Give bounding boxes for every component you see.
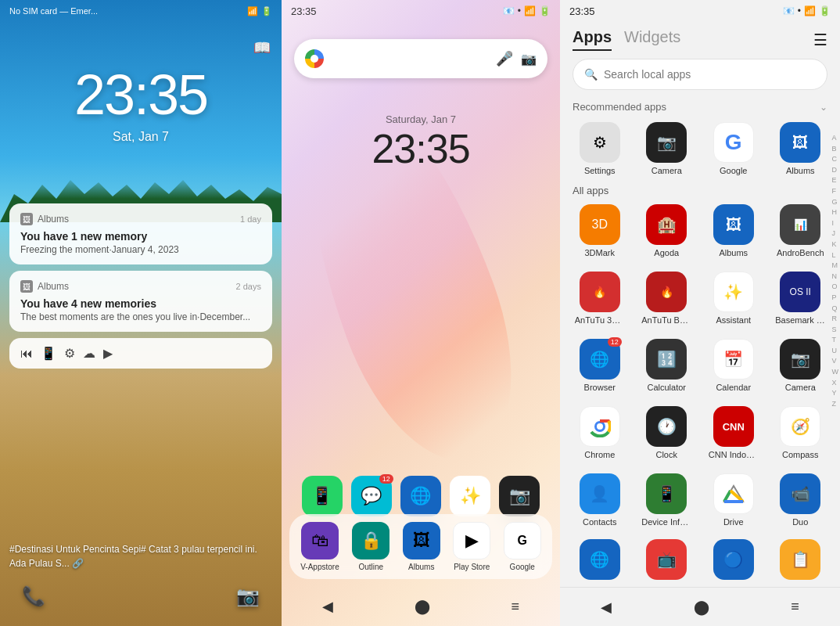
- alpha-X[interactable]: X: [832, 378, 839, 388]
- drawer-nav-back[interactable]: ◀: [601, 599, 612, 616]
- media-play-icon[interactable]: ▶: [103, 346, 113, 361]
- dock-playstore[interactable]: ▶ Play Store: [453, 522, 490, 571]
- lock-book-icon[interactable]: 📖: [253, 39, 271, 56]
- search-mic-icon[interactable]: 🎤: [496, 50, 513, 67]
- lock-date: Sat, Jan 7: [0, 130, 282, 144]
- alpha-Q[interactable]: Q: [832, 304, 839, 314]
- alpha-B[interactable]: B: [832, 144, 839, 154]
- alpha-S[interactable]: S: [832, 325, 839, 335]
- drawer-app-agoda[interactable]: 🏨 Agoda: [634, 198, 701, 264]
- drawer-app-antutu[interactable]: 🔥 AnTuTu 3DB...: [566, 265, 634, 331]
- drawer-app-cnn[interactable]: CNN CNN Indonesia: [700, 400, 767, 466]
- drawer-app-duo[interactable]: 📹 Duo: [767, 467, 835, 533]
- home-app-chat[interactable]: 💬 12: [351, 476, 392, 516]
- tab-widgets[interactable]: Widgets: [624, 28, 680, 51]
- drawer-app-settings[interactable]: ⚙ Settings: [566, 116, 634, 182]
- lock-notification-1[interactable]: 🖼 Albums 1 day You have 1 new memory Fre…: [9, 203, 272, 264]
- drawer-search-bar[interactable]: 🔍: [573, 59, 827, 90]
- lock-notif-albums-icon-1: 🖼: [20, 213, 33, 225]
- alpha-F[interactable]: F: [832, 186, 839, 196]
- camera-icon: 📷: [499, 476, 540, 516]
- drawer-app-google[interactable]: G Google: [700, 116, 767, 182]
- lock-media-controls: ⏮ 📱 ⚙ ☁ ▶: [20, 346, 113, 361]
- drawer-app-androbench[interactable]: 📊 AndroBench: [767, 198, 835, 264]
- media-settings-icon[interactable]: ⚙: [64, 346, 75, 361]
- clock-label: Clock: [655, 450, 677, 459]
- alpha-N[interactable]: N: [832, 272, 839, 282]
- drawer-app-albums2[interactable]: 🖼 Albums: [700, 198, 767, 264]
- tab-apps[interactable]: Apps: [573, 28, 612, 51]
- google-search-bar[interactable]: 🎤 📷: [294, 39, 547, 78]
- duo-label: Duo: [792, 517, 808, 527]
- home-nav-home[interactable]: ⬤: [415, 598, 430, 615]
- media-cloud-icon[interactable]: ☁: [83, 346, 95, 361]
- drawer-app-basemark[interactable]: OS II Basemark OS II: [767, 265, 835, 331]
- androbench-icon: 📊: [780, 204, 820, 245]
- alpha-P[interactable]: P: [832, 293, 839, 303]
- alpha-H[interactable]: H: [832, 207, 839, 218]
- drawer-app-drive[interactable]: Drive: [700, 467, 767, 533]
- home-nav-back[interactable]: ◀: [322, 598, 333, 615]
- lock-time: 23:35: [0, 63, 282, 127]
- home-app-browser[interactable]: 🌐: [400, 476, 441, 516]
- alpha-Y[interactable]: Y: [832, 388, 839, 398]
- drawer-app-browser[interactable]: 🌐 12 Browser: [566, 333, 634, 398]
- home-dock: 🛍 V-Appstore 🔒 Outline 🖼 Albums ▶ Play S…: [289, 514, 552, 579]
- alpha-A[interactable]: A: [832, 133, 839, 143]
- alpha-T[interactable]: T: [832, 335, 839, 345]
- lock-notification-2[interactable]: 🖼 Albums 2 days You have 4 new memories …: [9, 271, 272, 332]
- drawer-app-antutu2[interactable]: 🔥 AnTuTu Bench...: [634, 265, 701, 331]
- alpha-I[interactable]: I: [832, 218, 839, 228]
- alpha-R[interactable]: R: [832, 314, 839, 324]
- drawer-app-next3[interactable]: 🔵: [700, 533, 767, 586]
- search-camera-icon[interactable]: 📷: [521, 52, 537, 67]
- home-nav-recents[interactable]: ≡: [512, 599, 520, 615]
- alpha-V[interactable]: V: [832, 356, 839, 366]
- drawer-app-assistant[interactable]: ✨ Assistant: [700, 265, 767, 331]
- alpha-O[interactable]: O: [832, 282, 839, 292]
- drawer-app-calendar[interactable]: 📅 Calendar: [700, 333, 767, 398]
- lock-phone-icon[interactable]: 📞: [22, 585, 45, 607]
- drawer-app-next2[interactable]: 📺: [634, 533, 701, 586]
- drawer-app-albums[interactable]: 🖼 Albums: [767, 116, 835, 182]
- lock-camera-shortcut-icon[interactable]: 📷: [236, 585, 260, 607]
- alpha-L[interactable]: L: [832, 250, 839, 261]
- drawer-app-calculator[interactable]: 🔢 Calculator: [634, 333, 701, 398]
- alpha-D[interactable]: D: [832, 165, 839, 175]
- lock-notif-time-2: 2 days: [236, 282, 261, 291]
- dock-albums[interactable]: 🖼 Albums: [403, 522, 440, 571]
- alpha-M[interactable]: M: [832, 261, 839, 271]
- alpha-U[interactable]: U: [832, 346, 839, 356]
- drawer-app-clock[interactable]: 🕐 Clock: [634, 400, 701, 466]
- drawer-app-contacts[interactable]: 👤 Contacts: [566, 467, 634, 533]
- alpha-C[interactable]: C: [832, 154, 839, 164]
- assistant-drawer-label: Assistant: [716, 315, 751, 325]
- alpha-W[interactable]: W: [832, 367, 839, 377]
- media-skip-back-icon[interactable]: ⏮: [20, 347, 33, 361]
- drawer-app-3dmark[interactable]: 3D 3DMark: [566, 198, 634, 264]
- alpha-J[interactable]: J: [832, 228, 839, 239]
- home-app-assistant[interactable]: ✨: [450, 476, 490, 516]
- drawer-app-camera[interactable]: 📷 Camera: [634, 116, 701, 182]
- drawer-search-input[interactable]: [604, 68, 816, 81]
- home-app-whatsapp[interactable]: 📱: [302, 476, 343, 516]
- media-phone-icon[interactable]: 📱: [41, 346, 56, 361]
- drawer-app-next4[interactable]: 📋: [767, 533, 835, 586]
- alpha-Z[interactable]: Z: [832, 399, 839, 409]
- drawer-app-deviceinfo[interactable]: 📱 Device Info HW: [634, 467, 701, 533]
- alpha-K[interactable]: K: [832, 239, 839, 250]
- drawer-nav-home[interactable]: ⬤: [694, 599, 709, 616]
- drawer-nav-recents[interactable]: ≡: [791, 599, 799, 615]
- dock-outline[interactable]: 🔒 Outline: [352, 522, 389, 571]
- drawer-app-chrome[interactable]: Chrome: [566, 400, 634, 466]
- drawer-app-next1[interactable]: 🌐: [566, 533, 634, 586]
- home-app-camera[interactable]: 📷: [499, 476, 540, 516]
- drawer-app-compass[interactable]: 🧭 Compass: [767, 400, 835, 466]
- alpha-G[interactable]: G: [832, 197, 839, 207]
- dock-google[interactable]: G Google: [504, 522, 541, 571]
- dock-vappstore[interactable]: 🛍 V-Appstore: [300, 522, 339, 571]
- drawer-app-camera2[interactable]: 📷 Camera: [767, 333, 835, 398]
- recommended-chevron[interactable]: ⌄: [820, 102, 827, 113]
- alpha-E[interactable]: E: [832, 175, 839, 185]
- drawer-menu-icon[interactable]: ☰: [813, 31, 827, 49]
